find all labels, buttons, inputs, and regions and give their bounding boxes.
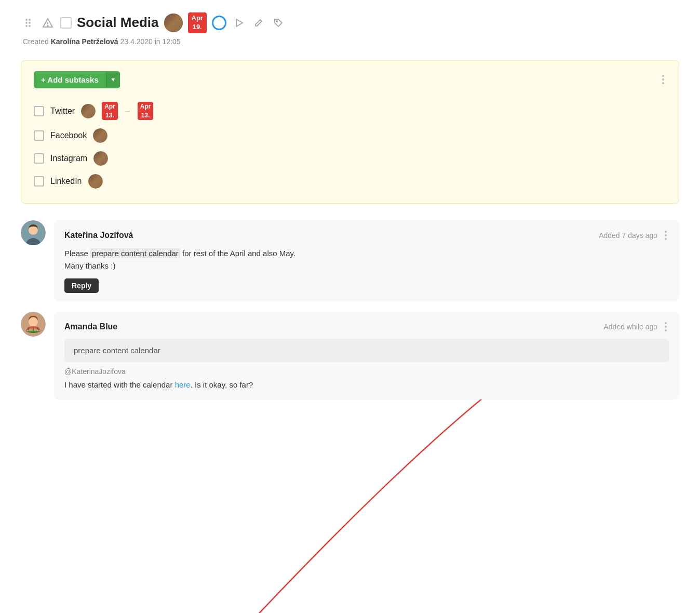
subtask-avatar-twitter [81, 104, 96, 118]
add-subtasks-label: + Add subtasks [41, 75, 99, 84]
assignee-avatar [164, 14, 183, 32]
highlighted-text: prepare content calendar [90, 248, 180, 258]
drag-handle-icon[interactable] [21, 16, 35, 30]
svg-point-14 [29, 317, 38, 327]
subtask-item: LinkedIn [34, 170, 666, 193]
comment-options-amanda[interactable] [663, 320, 669, 334]
subtask-checkbox-instagram[interactable] [34, 153, 44, 164]
subtask-item: Facebook [34, 124, 666, 147]
here-link[interactable]: here [175, 380, 191, 389]
subtask-name-facebook[interactable]: Facebook [50, 131, 87, 140]
svg-point-1 [29, 19, 31, 21]
comment-author-katerina: Kateřina Jozífová [64, 231, 133, 240]
subtask-checkbox-twitter[interactable] [34, 106, 44, 116]
subtask-name-twitter[interactable]: Twitter [50, 106, 75, 116]
comment-time-katerina: Added 7 days ago [599, 231, 657, 239]
add-subtasks-dropdown-arrow[interactable]: ▾ [106, 72, 120, 87]
comment-author-amanda: Amanda Blue [64, 322, 117, 331]
play-icon[interactable] [232, 16, 246, 30]
subtasks-toolbar: + Add subtasks ▾ [34, 71, 666, 88]
due-date-badge[interactable]: Apr 19. [188, 12, 207, 33]
subtask-item: Instagram [34, 147, 666, 170]
subtask-date-from-twitter[interactable]: Apr13. [102, 102, 118, 121]
task-title: Social Media [77, 15, 159, 31]
svg-point-7 [47, 25, 48, 26]
comment-text-amanda: I have started with the calendar here. I… [64, 379, 669, 391]
subtasks-panel: + Add subtasks ▾ Twitter Apr13. → Apr13.… [21, 60, 679, 204]
svg-point-5 [29, 25, 31, 27]
task-meta: Created Karolína Petrželová 23.4.2020 in… [21, 37, 679, 46]
task-creator: Karolína Petrželová [51, 37, 118, 46]
add-subtasks-button[interactable]: + Add subtasks ▾ [34, 71, 120, 88]
comment-text-katerina: Please prepare content calendar for rest… [64, 247, 669, 272]
task-header: Social Media Apr 19. [21, 12, 679, 33]
task-complete-checkbox[interactable] [60, 17, 72, 29]
comment-content-katerina: Kateřina Jozífová Added 7 days ago Pleas… [54, 220, 679, 301]
subtask-avatar-linkedin [88, 174, 103, 189]
subtask-name-instagram[interactable]: Instagram [50, 154, 87, 163]
reply-button[interactable]: Reply [64, 278, 99, 293]
subtask-item: Twitter Apr13. → Apr13. [34, 98, 666, 125]
comment-amanda: Amanda Blue Added while ago prepare cont… [21, 312, 679, 399]
tag-icon[interactable] [271, 16, 286, 30]
mention-link: @KaterinaJozifova [64, 367, 669, 376]
comment-options-katerina[interactable] [663, 229, 669, 242]
subtask-checkbox-linkedin[interactable] [34, 176, 44, 186]
svg-point-0 [25, 19, 28, 21]
comment-time-amanda: Added while ago [603, 323, 657, 331]
quoted-text-amanda: prepare content calendar [64, 339, 669, 362]
comment-header-katerina: Kateřina Jozífová Added 7 days ago [64, 229, 669, 242]
comment-avatar-amanda [21, 312, 46, 337]
svg-point-9 [276, 21, 277, 22]
subtask-avatar-instagram [93, 151, 108, 166]
date-arrow-icon: → [124, 107, 131, 115]
subtasks-more-options[interactable] [660, 73, 666, 86]
comments-section: Kateřina Jozífová Added 7 days ago Pleas… [21, 220, 679, 399]
svg-marker-8 [236, 19, 243, 26]
subtask-date-to-twitter[interactable]: Apr13. [138, 102, 154, 121]
comment-avatar-katerina [21, 220, 46, 245]
svg-point-4 [25, 25, 28, 27]
svg-point-3 [29, 22, 31, 24]
status-circle-icon[interactable] [212, 16, 226, 30]
alert-icon[interactable] [41, 16, 55, 30]
subtask-checkbox-facebook[interactable] [34, 130, 44, 141]
edit-icon[interactable] [251, 16, 266, 30]
comment-content-amanda: Amanda Blue Added while ago prepare cont… [54, 312, 679, 399]
svg-point-2 [25, 22, 28, 24]
comment-text-prefix: Please [64, 249, 90, 258]
subtask-avatar-facebook [93, 128, 107, 143]
comment-header-amanda: Amanda Blue Added while ago [64, 320, 669, 334]
comment-katerina: Kateřina Jozífová Added 7 days ago Pleas… [21, 220, 679, 301]
subtask-name-linkedin[interactable]: LinkedIn [50, 177, 82, 186]
